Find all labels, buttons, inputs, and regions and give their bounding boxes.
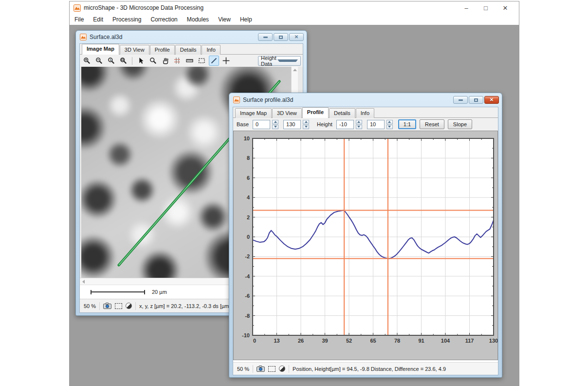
height-max-stepper[interactable] [386, 120, 393, 129]
menu-processing[interactable]: Processing [112, 16, 141, 23]
slope-button[interactable]: Slope [448, 119, 472, 129]
cross-tool-button[interactable] [221, 56, 231, 66]
surface-tabs: Image Map3D ViewProfileDetailsInfo [80, 44, 303, 55]
zoom-in-tool-button[interactable] [82, 56, 92, 66]
menu-help[interactable]: Help [240, 16, 252, 23]
base-max-field[interactable]: 130 [283, 120, 301, 129]
chevron-down-icon [277, 59, 298, 62]
select-region-icon[interactable] [268, 366, 276, 372]
coordinates-readout: x, y, z [µm] = 20.2, -113.2, -0.3 ds [µm… [139, 303, 239, 309]
select-region-tool-button[interactable] [197, 56, 207, 66]
grid-tool-button[interactable] [172, 56, 183, 66]
step-down-icon[interactable] [303, 125, 309, 129]
scale-bar-icon [91, 290, 145, 294]
menu-correction[interactable]: Correction [150, 16, 177, 23]
step-up-icon[interactable] [386, 120, 393, 124]
base-min-stepper[interactable] [272, 120, 278, 129]
contrast-icon[interactable] [279, 366, 285, 372]
tab-profile[interactable]: Profile [302, 107, 329, 118]
chart-panel: 013263952657891104117130-10-8-6-4-202468… [233, 131, 498, 360]
step-down-icon[interactable] [272, 125, 278, 129]
surface-window-controls: ✕ [258, 33, 304, 41]
step-up-icon[interactable] [356, 120, 362, 124]
height-label: Height [317, 121, 332, 127]
menu-modules[interactable]: Modules [187, 16, 209, 23]
maximize-icon[interactable] [274, 33, 288, 41]
surface-window-titlebar[interactable]: Surface.al3d ✕ [76, 31, 307, 43]
profile-window-titlebar[interactable]: Surface profile.al3d ✕ [229, 93, 502, 107]
tab-details[interactable]: Details [329, 108, 355, 118]
minimize-icon[interactable]: – [457, 2, 476, 14]
ruler-tool-button[interactable] [184, 56, 195, 66]
tab-details[interactable]: Details [175, 45, 202, 55]
svg-text:13: 13 [274, 338, 279, 344]
menu-view[interactable]: View [218, 16, 231, 23]
profile-line-tool-button[interactable] [209, 56, 219, 66]
svg-text:-8: -8 [245, 313, 250, 319]
zoom-region-tool-button[interactable] [148, 56, 158, 66]
minimize-icon[interactable] [453, 96, 468, 104]
select-region-icon[interactable] [115, 303, 122, 309]
pan-tool-button[interactable] [160, 56, 170, 66]
height-min-field[interactable]: -10 [336, 120, 354, 129]
step-down-icon[interactable] [386, 125, 393, 129]
svg-text:1: 1 [110, 58, 111, 61]
svg-text:117: 117 [465, 338, 474, 344]
menu-bar: FileEditProcessingCorrectionModulesViewH… [70, 14, 519, 25]
profile-window-controls: ✕ [453, 96, 499, 104]
snapshot-camera-icon[interactable] [103, 303, 111, 309]
tab-info[interactable]: Info [202, 45, 220, 55]
layer-select-value: Height Data [261, 55, 277, 67]
base-max-stepper[interactable] [303, 120, 309, 129]
svg-text:130: 130 [489, 338, 498, 344]
step-down-icon[interactable] [356, 125, 362, 129]
tab-info[interactable]: Info [356, 108, 374, 118]
contrast-icon[interactable] [126, 303, 132, 309]
menu-file[interactable]: File [74, 16, 84, 23]
minimize-icon[interactable] [258, 33, 273, 41]
zoom-1to1-tool-button[interactable]: 1 [106, 56, 116, 66]
app-logo-icon [233, 96, 240, 103]
tab-3d-view[interactable]: 3D View [272, 108, 302, 118]
scroll-left-icon[interactable] [82, 280, 85, 284]
step-up-icon[interactable] [272, 120, 278, 124]
tab-3d-view[interactable]: 3D View [120, 45, 149, 55]
tab-image-map[interactable]: Image Map [82, 44, 119, 55]
profile-controls: Base 0 130 Height -10 10 [233, 118, 498, 131]
svg-text:52: 52 [346, 338, 352, 344]
app-logo-icon [80, 34, 87, 40]
svg-text:-4: -4 [245, 273, 250, 279]
svg-text:2: 2 [247, 214, 250, 220]
surface-window-title: Surface.al3d [90, 34, 122, 40]
maximize-icon[interactable]: □ [476, 2, 496, 14]
step-up-icon[interactable] [303, 120, 309, 124]
reset-button[interactable]: Reset [420, 119, 444, 129]
pointer-tool-button[interactable] [136, 56, 146, 66]
main-titlebar: microShape - 3D Microscope Data Processi… [70, 1, 519, 14]
svg-text:65: 65 [370, 338, 376, 344]
maximize-icon[interactable] [469, 96, 483, 104]
snapshot-camera-icon[interactable] [257, 366, 265, 372]
app-logo-icon [74, 4, 81, 12]
svg-text:0: 0 [253, 338, 256, 344]
height-min-stepper[interactable] [356, 120, 362, 129]
main-window-controls: – □ ✕ [457, 2, 515, 14]
scroll-up-icon[interactable] [293, 69, 297, 71]
menu-edit[interactable]: Edit [93, 16, 103, 23]
base-min-field[interactable]: 0 [253, 120, 270, 129]
svg-text:-6: -6 [245, 293, 250, 299]
close-icon[interactable]: ✕ [289, 33, 304, 41]
one-to-one-button[interactable]: 1:1 [398, 119, 416, 129]
close-icon[interactable]: ✕ [496, 2, 515, 14]
close-icon[interactable]: ✕ [484, 96, 499, 104]
svg-text:8: 8 [247, 155, 250, 161]
height-max-field[interactable]: 10 [367, 120, 385, 129]
svg-text:39: 39 [322, 338, 328, 344]
svg-text:6: 6 [247, 175, 250, 181]
profile-chart[interactable]: 013263952657891104117130-10-8-6-4-202468… [234, 131, 498, 360]
tab-profile[interactable]: Profile [150, 45, 175, 55]
zoom-out-tool-button[interactable] [94, 56, 104, 66]
tab-image-map[interactable]: Image Map [235, 108, 272, 118]
layer-select-dropdown[interactable]: Height Data [258, 56, 301, 66]
zoom-fit-tool-button[interactable] [118, 56, 129, 66]
